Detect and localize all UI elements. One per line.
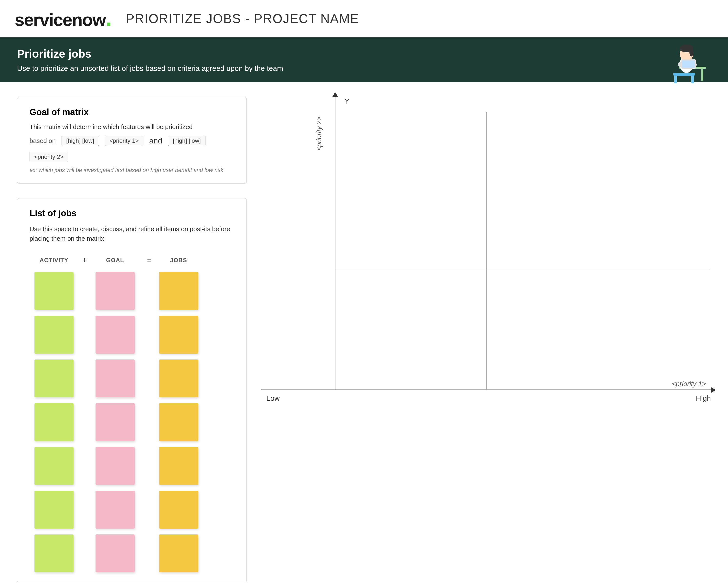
tag-priority-2[interactable]: <priority 2>: [30, 152, 68, 162]
tag-high-low-2[interactable]: [high] [low]: [168, 136, 205, 146]
and-text: and: [149, 136, 162, 145]
svg-point-9: [690, 48, 693, 56]
list-item: [30, 272, 234, 310]
banner-text: Prioritize jobs Use to prioritize an uns…: [17, 47, 283, 73]
axis-y: [335, 97, 335, 390]
jobs-description: Use this space to create, discuss, and r…: [30, 224, 234, 244]
postit-pink[interactable]: [96, 316, 135, 354]
postit-green[interactable]: [34, 534, 74, 572]
banner-description: Use to prioritize an unsorted list of jo…: [17, 64, 283, 73]
svg-rect-3: [673, 73, 695, 76]
axis-label-y: Y: [344, 97, 349, 105]
postit-yellow[interactable]: [159, 534, 198, 572]
goal-example: ex: which jobs will be investigated firs…: [30, 167, 234, 174]
col-header-equals: =: [139, 256, 159, 265]
axis-label-x-low: Low: [266, 394, 280, 403]
list-item: [30, 403, 234, 441]
col-header-plus: +: [78, 256, 90, 265]
postit-green[interactable]: [34, 316, 74, 354]
postit-yellow[interactable]: [159, 491, 198, 529]
list-item: [30, 447, 234, 485]
goal-label-based-on: based on: [30, 137, 56, 145]
tag-high-low-1[interactable]: [high] [low]: [61, 136, 99, 146]
axis-label-x-high: High: [696, 394, 711, 403]
axis-label-priority1: <priority 1>: [672, 380, 706, 388]
quadrant-divider-horizontal: [335, 268, 711, 268]
list-item: [30, 359, 234, 397]
postit-yellow[interactable]: [159, 272, 198, 310]
quadrant-divider-vertical: [486, 112, 487, 390]
postit-pink[interactable]: [96, 447, 135, 485]
postit-yellow[interactable]: [159, 447, 198, 485]
postit-green[interactable]: [34, 491, 74, 529]
banner: Prioritize jobs Use to prioritize an uns…: [0, 37, 728, 82]
main-content: Goal of matrix This matrix will determin…: [0, 82, 728, 586]
left-panel: Goal of matrix This matrix will determin…: [17, 97, 247, 582]
list-item: [30, 534, 234, 572]
logo-dot: .: [106, 6, 111, 30]
svg-rect-11: [682, 60, 695, 68]
logo: servicenow.: [15, 7, 111, 30]
postit-rows: [30, 272, 234, 572]
postit-yellow[interactable]: [159, 316, 198, 354]
goal-description: This matrix will determine which feature…: [30, 123, 234, 131]
right-panel: Y High Low <priority 1> <priority 2>: [261, 97, 711, 582]
col-header-jobs: JOBS: [159, 257, 198, 264]
page-title: PRIORITIZE JOBS - PROJECT NAME: [126, 11, 359, 26]
postit-pink[interactable]: [96, 534, 135, 572]
col-header-activity: ACTIVITY: [30, 257, 78, 264]
svg-rect-5: [701, 69, 703, 81]
matrix-container: Y High Low <priority 1> <priority 2>: [261, 97, 711, 439]
jobs-section: List of jobs Use this space to create, d…: [17, 198, 247, 582]
banner-heading: Prioritize jobs: [17, 47, 283, 60]
top-header: servicenow. PRIORITIZE JOBS - PROJECT NA…: [0, 0, 728, 37]
svg-rect-1: [674, 76, 677, 83]
jobs-section-title: List of jobs: [30, 208, 234, 219]
postit-green[interactable]: [34, 272, 74, 310]
postit-pink[interactable]: [96, 272, 135, 310]
postit-yellow[interactable]: [159, 359, 198, 397]
postit-pink[interactable]: [96, 403, 135, 441]
postit-green[interactable]: [34, 447, 74, 485]
list-item: [30, 491, 234, 529]
col-header-goal: GOAL: [90, 257, 139, 264]
axis-label-priority2: <priority 2>: [315, 117, 323, 151]
jobs-table-header: ACTIVITY + GOAL = JOBS: [30, 256, 234, 265]
list-item: [30, 316, 234, 354]
postit-pink[interactable]: [96, 359, 135, 397]
goal-section-title: Goal of matrix: [30, 107, 234, 117]
svg-rect-2: [691, 76, 694, 83]
postit-yellow[interactable]: [159, 403, 198, 441]
postit-green[interactable]: [34, 403, 74, 441]
goal-section: Goal of matrix This matrix will determin…: [17, 97, 247, 183]
tag-priority-1[interactable]: <priority 1>: [105, 136, 144, 146]
banner-illustration: [655, 35, 708, 84]
goal-tags-row: based on [high] [low] <priority 1> and […: [30, 136, 234, 162]
postit-green[interactable]: [34, 359, 74, 397]
postit-pink[interactable]: [96, 491, 135, 529]
